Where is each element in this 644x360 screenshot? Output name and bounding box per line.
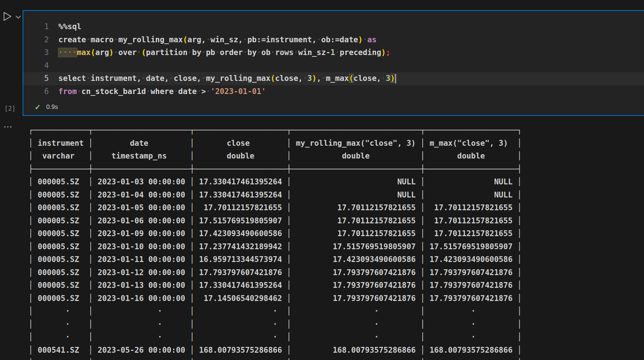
code-area[interactable]: 1%%sql2create·macro·my_rolling_max(arg,·… — [23, 20, 644, 98]
run-cell-button[interactable] — [3, 11, 12, 21]
notebook-cell: 1%%sql2create·macro·my_rolling_max(arg,·… — [23, 10, 644, 116]
notebook-editor: 1%%sql2create·macro·my_rolling_max(arg,·… — [0, 0, 644, 360]
execution-duration: 0.9s — [46, 103, 58, 111]
code-line: 4 — [23, 59, 644, 73]
line-number: 5 — [23, 72, 49, 85]
line-number: 6 — [23, 85, 49, 98]
code-line: 3····max(arg)·over·(partition·by·pb·orde… — [23, 46, 644, 59]
text-cursor — [395, 74, 396, 83]
line-number: 4 — [23, 59, 49, 73]
execution-status: ✓ 0.9s — [35, 103, 58, 111]
code-line: 2create·macro·my_rolling_max(arg,·win_sz… — [23, 34, 644, 47]
code-line: 1%%sql — [23, 20, 644, 34]
cell-toolbar — [3, 11, 21, 21]
code-line: 5select·instrument,·date,·close,·my_roll… — [23, 72, 644, 85]
chevron-down-icon — [15, 15, 21, 19]
play-icon — [3, 11, 12, 21]
line-number: 1 — [23, 20, 49, 34]
output-options-button[interactable]: ••• — [4, 124, 13, 129]
run-dropdown-button[interactable] — [15, 15, 21, 19]
success-check-icon: ✓ — [35, 103, 41, 111]
result-table: ┌────────────┬─────────────────────┬────… — [28, 124, 522, 360]
code-line: 6from·cn_stock_bar1d·where·date·>·'2023-… — [23, 85, 644, 98]
line-number: 3 — [23, 46, 49, 59]
execution-count: [2] — [4, 105, 16, 112]
line-number: 2 — [23, 34, 49, 47]
